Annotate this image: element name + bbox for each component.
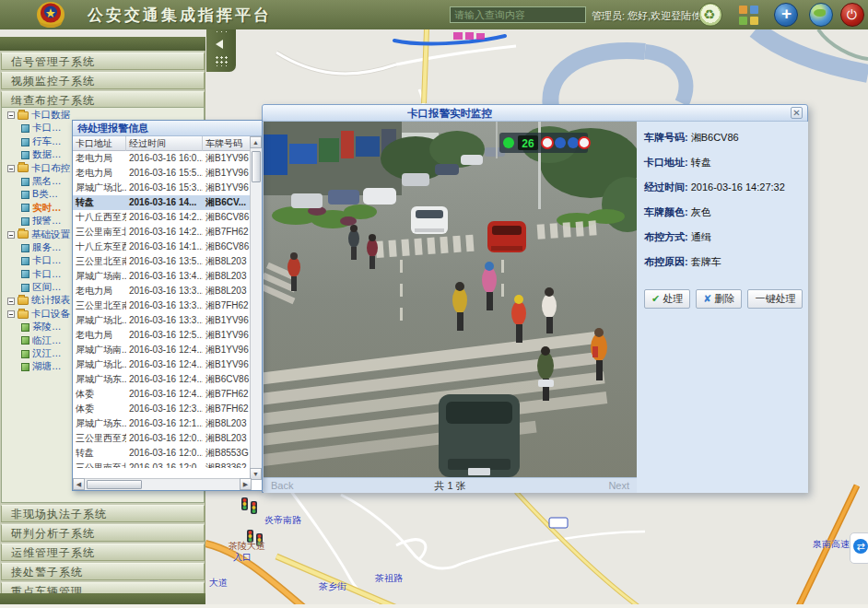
alarm-row-8[interactable]: 犀城广场南...2016-03-16 13:4...湘B8L203	[73, 269, 251, 284]
alarm-row-7[interactable]: 三公里北至南2016-03-16 13:5...湘B8L203	[73, 254, 251, 269]
alarm-row-5[interactable]: 三公里南至北2016-03-16 14:2...湘B7FH62	[73, 225, 251, 240]
alarm-row-15[interactable]: 犀城广场东...2016-03-16 12:4...湘B6CV86	[73, 372, 251, 387]
alarm-row-17[interactable]: 体委2016-03-16 12:3...湘B7FH62	[73, 402, 251, 416]
add-icon[interactable]	[774, 3, 798, 27]
plate-number: 湘B6CV...	[203, 195, 251, 210]
vehicle-detail-panel: 车牌号码:湘B6CV86卡口地址:转盘经过时间:2016-03-16 14:27…	[637, 122, 808, 493]
tree-node-label: 行车…	[32, 135, 62, 146]
checkpoint-address: 老电力局	[73, 284, 126, 298]
alarm-row-9[interactable]: 老电力局2016-03-16 13:3...湘B8L203	[73, 284, 251, 298]
alarm-row-3[interactable]: 转盘2016-03-16 14...湘B6CV...	[73, 195, 251, 210]
sidebar-item-1[interactable]: 视频监控子系统	[1, 72, 205, 89]
alarm-row-0[interactable]: 老电力局2016-03-16 16:0...湘B1YV96	[73, 151, 251, 166]
map-globe-icon[interactable]	[809, 3, 833, 27]
alarm-row-21[interactable]: 三公里南至北2016-03-16 12:0...湘B83362	[73, 461, 251, 468]
alarm-row-4[interactable]: 十八丘西至东2016-03-16 14:2...湘B6CV86	[73, 210, 251, 225]
checkpoint-address: 犀城广场东...	[73, 372, 126, 387]
alarm-row-10[interactable]: 三公里北至南2016-03-16 13:3...湘B7FH62	[73, 298, 251, 313]
delete-button[interactable]: ✘删除	[696, 289, 742, 309]
photo-count: 共 1 张	[264, 478, 637, 493]
tree-node-label: 基础设置	[31, 228, 70, 240]
vertical-scrollbar[interactable]: ▲ ▼	[250, 136, 262, 480]
alarm-row-13[interactable]: 犀城广场南...2016-03-16 12:4...湘B1YV96	[73, 343, 251, 357]
search-input[interactable]	[450, 6, 586, 23]
pass-time: 2016-03-16 13:5...	[126, 254, 203, 269]
dialog-titlebar[interactable]: 卡口报警实时监控 ✕	[263, 105, 807, 122]
police-badge-logo	[35, 1, 66, 29]
scroll-up-icon[interactable]: ▲	[250, 136, 262, 148]
scroll-right-icon[interactable]: ▶	[240, 478, 252, 490]
plate-number: 湘B1YV96	[203, 313, 251, 328]
tree-expander-icon[interactable]	[7, 231, 15, 239]
column-header-2[interactable]: 车牌号码	[203, 136, 251, 151]
plate-number: 湘B1YV96	[203, 343, 251, 357]
horizontal-scroll-thumb[interactable]	[87, 480, 142, 489]
tree-expander-icon[interactable]	[7, 298, 15, 305]
pass-time: 2016-03-16 13:4...	[126, 269, 203, 284]
sidebar-top-bar	[0, 37, 205, 51]
detail-label: 车牌颜色:	[644, 206, 688, 217]
tree-expander-icon[interactable]	[7, 165, 15, 172]
alarm-row-2[interactable]: 犀城广场北...2016-03-16 15:3...湘B1YV96	[73, 181, 251, 195]
sidebar-bottom-item-1[interactable]: 研判分析子系统	[1, 524, 205, 542]
apps-grid-icon[interactable]	[739, 6, 758, 25]
tree-node-label: 卡口…	[32, 122, 62, 133]
alarm-row-18[interactable]: 犀城广场东...2016-03-16 12:1...湘B8L203	[73, 416, 251, 431]
horizontal-scrollbar[interactable]: ◀ ▶	[73, 478, 252, 490]
checkpoint-address: 转盘	[73, 446, 126, 461]
column-header-1[interactable]: 经过时间	[126, 136, 203, 151]
sidebar-bottom-item-2[interactable]: 运维管理子系统	[1, 544, 205, 561]
alarm-row-14[interactable]: 犀城广场北...2016-03-16 12:4...湘B1YV96	[73, 357, 251, 372]
refresh-icon[interactable]	[698, 3, 722, 27]
alarm-row-16[interactable]: 体委2016-03-16 12:4...湘B7FH62	[73, 387, 251, 402]
sidebar-item-0[interactable]: 信号管理子系统	[1, 53, 205, 70]
map-road-label-0: 炎帝南路	[264, 514, 301, 527]
process-button[interactable]: ✔处理	[644, 289, 690, 309]
detail-value: 灰色	[691, 206, 711, 217]
pass-time: 2016-03-16 13:3...	[126, 284, 203, 298]
sidebar-bottom-item-0[interactable]: 非现场执法子系统	[1, 505, 205, 522]
tree-node-label: 临江…	[32, 334, 62, 345]
alarm-row-20[interactable]: 转盘2016-03-16 12:0...湘B8553G	[73, 446, 251, 461]
checkpoint-address: 十八丘西至东	[73, 210, 126, 225]
dark-car	[439, 394, 520, 477]
tree-expander-icon[interactable]	[7, 111, 15, 119]
alarm-row-12[interactable]: 老电力局2016-03-16 12:5...湘B1YV96	[73, 328, 251, 343]
button-label: 处理	[663, 293, 683, 304]
tree-node-label: 实时…	[32, 202, 62, 213]
pass-time: 2016-03-16 12:1...	[126, 416, 203, 431]
plate-number: 湘B8L203	[203, 269, 251, 284]
tree-node-label: 卡口设备	[31, 308, 70, 319]
alarm-row-1[interactable]: 老电力局2016-03-16 15:5...湘B1YV96	[73, 166, 251, 181]
app-title: 公安交通集成指挥平台	[88, 5, 272, 26]
checkpoint-address: 犀城广场北...	[73, 313, 126, 328]
teamviewer-icon[interactable]	[850, 532, 868, 564]
alarm-row-6[interactable]: 十八丘东至西2016-03-16 14:1...湘B6CV86	[73, 240, 251, 254]
checkpoint-address: 三公里北至南	[73, 298, 126, 313]
vertical-scroll-thumb[interactable]	[252, 151, 261, 182]
pending-alarm-panel: 待处理报警信息 卡口地址经过时间车牌号码 老电力局2016-03-16 16:0…	[72, 120, 263, 491]
check-icon: ✔	[651, 293, 660, 304]
next-button[interactable]: Next	[608, 478, 629, 493]
detail-label: 车牌号码:	[644, 132, 688, 143]
column-header-0[interactable]: 卡口地址	[73, 136, 126, 151]
sidebar-bottom-item-3[interactable]: 接处警子系统	[1, 563, 205, 580]
detail-row-1: 卡口地址:转盘	[644, 156, 808, 181]
tree-node-label: 茶陵…	[32, 321, 62, 332]
dialog-title: 卡口报警实时监控	[263, 107, 637, 121]
module-icon	[21, 178, 29, 186]
detail-value: 通缉	[691, 231, 711, 242]
map-road-label-6: 泉南高速	[813, 538, 850, 551]
tree-expander-icon[interactable]	[7, 310, 15, 318]
alarm-row-11[interactable]: 犀城广场北...2016-03-16 13:3...湘B1YV96	[73, 313, 251, 328]
alarm-row-19[interactable]: 三公里西至东2016-03-16 12:0...湘B8L203	[73, 431, 251, 446]
plate-number: 湘B7FH62	[203, 387, 251, 402]
pass-time: 2016-03-16 15:5...	[126, 166, 203, 181]
close-icon[interactable]: ✕	[791, 107, 803, 119]
checkpoint-address: 三公里南至北	[73, 225, 126, 240]
process-all-button[interactable]: 一键处理	[747, 289, 803, 309]
logout-power-icon[interactable]	[840, 3, 864, 27]
scroll-left-icon[interactable]: ◀	[73, 478, 85, 490]
red-car	[487, 221, 526, 252]
tree-node-label: 湖塘…	[32, 360, 62, 371]
